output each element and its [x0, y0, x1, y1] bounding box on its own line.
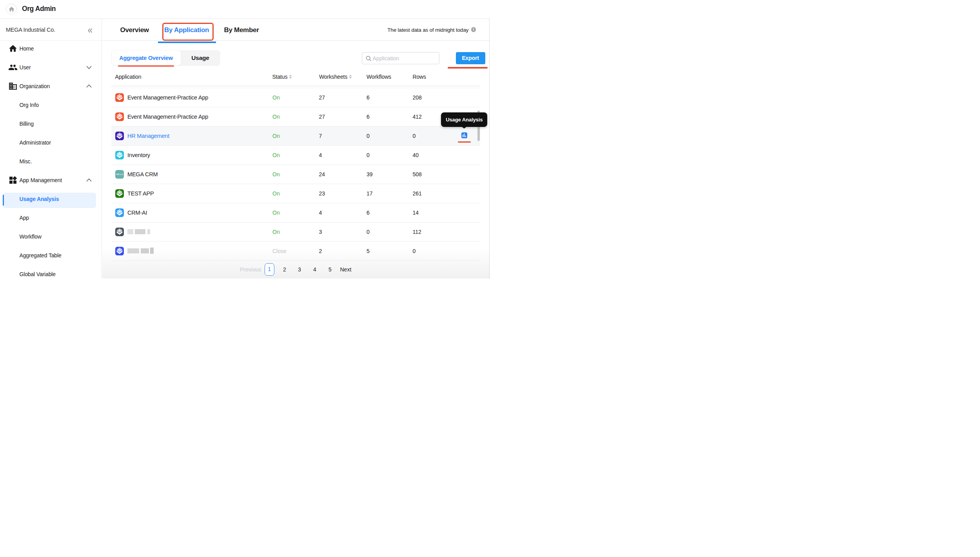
svg-text:MEGA: MEGA	[116, 173, 123, 175]
